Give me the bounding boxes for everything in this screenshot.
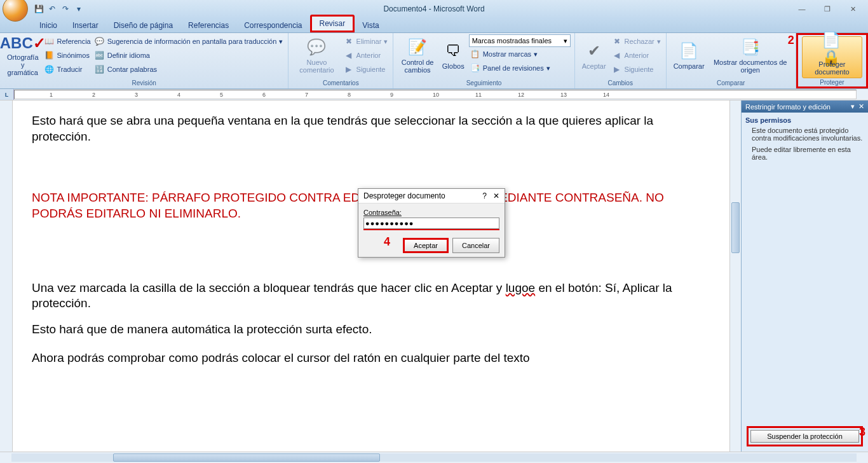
- thesaurus-icon: 📙: [44, 50, 55, 60]
- doc-paragraph[interactable]: Una vez marcada la casilla de la sección…: [32, 280, 710, 312]
- translate-icon: 🌐: [44, 64, 55, 74]
- window-title: Documento4 - Microsoft Word: [383, 4, 484, 13]
- aceptar-cambio-button[interactable]: ✔ Aceptar: [579, 34, 609, 76]
- doc-paragraph[interactable]: Esto hará que de manera automática la pr…: [32, 322, 710, 338]
- group-comentarios: 💬 Nuevo comentario ✖Eliminar▾ ◀Anterior …: [288, 33, 393, 88]
- password-input[interactable]: [363, 218, 499, 229]
- contar-palabras-button[interactable]: 🔢Contar palabras: [93, 62, 285, 76]
- siguiente-comentario-button[interactable]: ▶Siguiente: [342, 62, 390, 76]
- referencia-button[interactable]: 📖Referencia: [43, 34, 92, 48]
- redo-icon[interactable]: ↷: [60, 3, 71, 15]
- traducir-button[interactable]: 🌐Traducir: [43, 62, 92, 76]
- nuevo-comentario-button[interactable]: 💬 Nuevo comentario: [292, 34, 341, 76]
- ruler-tick: 13: [560, 92, 567, 98]
- lock-icon: 📄🔒: [822, 39, 842, 59]
- close-button[interactable]: ✕: [844, 3, 862, 15]
- maximize-button[interactable]: ❐: [818, 3, 836, 15]
- tab-revisar[interactable]: Revisar: [310, 15, 355, 32]
- dialog-cancel-button[interactable]: Cancelar: [452, 238, 499, 253]
- vertical-ruler[interactable]: [0, 100, 13, 452]
- tab-correspondencia[interactable]: Correspondencia: [236, 18, 309, 32]
- group-seguimiento: 📝 Control de cambios 🗨 Globos Marcas mos…: [393, 33, 574, 88]
- group-proteger: 2 📄🔒 Proteger documento Proteger: [796, 33, 868, 88]
- tooltip-icon: 💬: [95, 36, 105, 46]
- panel-revisiones-button[interactable]: 📑Panel de revisiones▾: [469, 61, 571, 75]
- anterior-cambio-button[interactable]: ◀Anterior: [611, 48, 662, 62]
- ruler-tick: 4: [177, 92, 180, 98]
- doc-paragraph[interactable]: Ahora podrás comprobar como podrás coloc…: [32, 350, 710, 366]
- prev-icon: ◀: [344, 50, 354, 60]
- language-icon: 🔤: [95, 50, 105, 60]
- save-icon[interactable]: 💾: [33, 3, 44, 15]
- dialog-ok-button[interactable]: Aceptar: [403, 238, 449, 253]
- group-label-cambios: Cambios: [579, 79, 662, 87]
- ruler-tick: 12: [518, 92, 524, 98]
- delete-icon: ✖: [344, 36, 354, 46]
- ruler-tick: 14: [603, 92, 609, 98]
- tab-insertar[interactable]: Insertar: [65, 18, 106, 32]
- ribbon: ABC✓ Ortografía y gramática 📖Referencia …: [0, 33, 868, 89]
- group-label-proteger: Proteger: [802, 78, 862, 86]
- undo-icon[interactable]: ↶: [46, 3, 58, 15]
- permissions-heading: Sus permisos: [745, 116, 864, 124]
- ortografia-button[interactable]: ABC✓ Ortografía y gramática: [4, 34, 42, 76]
- pane-close-icon[interactable]: ✕: [858, 102, 864, 111]
- tab-referencias[interactable]: Referencias: [180, 18, 236, 32]
- ruler-tick: 9: [390, 92, 393, 98]
- doc-paragraph[interactable]: Esto hará que se abra una pequeña ventan…: [32, 113, 710, 144]
- pane-title: Restringir formato y edición: [745, 103, 831, 111]
- definir-idioma-button[interactable]: 🔤Definir idioma: [93, 48, 285, 62]
- dialog-title-text: Desproteger documento: [363, 191, 445, 200]
- quick-access-toolbar: 💾 ↶ ↷ ▾: [33, 3, 85, 15]
- dialog-close-button[interactable]: ✕: [493, 191, 499, 200]
- permissions-text: Puede editar libremente en esta área.: [745, 146, 864, 161]
- workspace: Esto hará que se abra una pequeña ventan…: [0, 100, 868, 452]
- annotation-1: 1: [302, 0, 309, 2]
- sinonimos-button[interactable]: 📙Sinónimos: [43, 48, 92, 62]
- qat-dropdown-icon[interactable]: ▾: [73, 3, 85, 15]
- rechazar-button[interactable]: ✖Rechazar▾: [611, 34, 662, 48]
- ruler-tick: 1: [50, 92, 53, 98]
- tab-vista[interactable]: Vista: [355, 18, 386, 32]
- ruler-tick: 8: [348, 92, 351, 98]
- spelling-error[interactable]: lugoe: [506, 281, 536, 294]
- group-revision: ABC✓ Ortografía y gramática 📖Referencia …: [0, 33, 288, 88]
- showmarks-icon: 📋: [470, 49, 480, 59]
- document-area[interactable]: Esto hará que se abra una pequeña ventan…: [13, 100, 729, 452]
- group-label-seguimiento: Seguimiento: [397, 79, 570, 87]
- annotation-2: 2: [788, 34, 794, 47]
- title-bar: 💾 ↶ ↷ ▾ Documento4 - Microsoft Word — ❐ …: [0, 0, 868, 18]
- next2-icon: ▶: [612, 64, 622, 74]
- revpanel-icon: 📑: [470, 63, 480, 73]
- mostrar-marcas-button[interactable]: 📋Mostrar marcas▾: [469, 47, 571, 61]
- sugerencia-button[interactable]: 💬Sugerencia de información en pantalla p…: [93, 34, 285, 48]
- hscroll-thumb[interactable]: [113, 453, 380, 462]
- group-cambios: ✔ Aceptar ✖Rechazar▾ ◀Anterior ▶Siguient…: [575, 33, 667, 88]
- tab-diseno[interactable]: Diseño de página: [106, 18, 180, 32]
- ruler-tick: 2: [92, 92, 95, 98]
- tab-inicio[interactable]: Inicio: [32, 18, 65, 32]
- globos-button[interactable]: 🗨 Globos: [439, 34, 468, 76]
- vertical-scrollbar[interactable]: [729, 100, 741, 452]
- stop-protection-button[interactable]: Suspender la protección: [750, 430, 859, 443]
- display-select[interactable]: Marcas mostradas finales▾: [469, 34, 571, 47]
- eliminar-comentario-button[interactable]: ✖Eliminar▾: [342, 34, 390, 48]
- permissions-text: Este documento está protegido contra mod…: [745, 127, 864, 142]
- scroll-thumb[interactable]: [731, 202, 740, 253]
- minimize-button[interactable]: —: [793, 3, 811, 15]
- showdocs-icon: 📑: [740, 37, 761, 57]
- pane-dropdown-icon[interactable]: ▾: [851, 102, 855, 111]
- control-cambios-button[interactable]: 📝 Control de cambios: [397, 34, 437, 76]
- dialog-help-button[interactable]: ?: [482, 191, 487, 200]
- siguiente-cambio-button[interactable]: ▶Siguiente: [611, 62, 662, 76]
- wordcount-icon: 🔢: [95, 64, 105, 74]
- reject-icon: ✖: [612, 36, 622, 46]
- ribbon-tabs: Inicio Insertar Diseño de página Referen…: [0, 18, 868, 33]
- comparar-button[interactable]: 📄 Comparar: [670, 34, 708, 76]
- ruler-tick: 10: [433, 92, 439, 98]
- mostrar-docs-button[interactable]: 📑 Mostrar documentos de origen: [709, 34, 792, 76]
- proteger-documento-button[interactable]: 📄🔒 Proteger documento: [802, 36, 862, 78]
- horizontal-ruler[interactable]: L 1 2 3 4 5 6 7 8 9 10 11 12 13 14: [0, 89, 868, 100]
- horizontal-scrollbar[interactable]: [0, 452, 868, 463]
- anterior-comentario-button[interactable]: ◀Anterior: [342, 48, 390, 62]
